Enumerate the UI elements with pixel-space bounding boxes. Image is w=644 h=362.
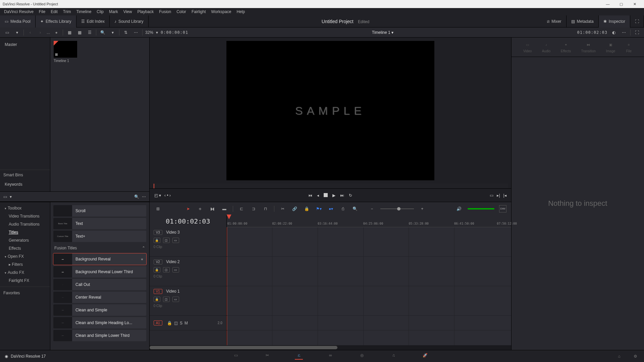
fusion-title-center-reveal[interactable]: ··· Center Reveal (53, 291, 147, 303)
loop-button[interactable]: ↻ (349, 193, 352, 198)
page-edit[interactable]: ⎌ (295, 353, 303, 360)
track-lock-icon[interactable]: 🔒 (154, 297, 160, 302)
maximize-button[interactable]: ▢ (614, 2, 628, 6)
volume-icon[interactable]: 🔊 (455, 205, 463, 213)
fusion-title-clean-simple-lt[interactable]: — Clean and Simple Lower Third (53, 329, 147, 342)
next-frame-button[interactable]: ⏭ (340, 193, 344, 198)
zoom-out-button[interactable]: − (368, 205, 376, 213)
track-mute-button[interactable]: M (184, 321, 188, 325)
timeline-search-icon[interactable]: 🔍 (352, 205, 359, 213)
inspector-tab-effects[interactable]: ✦Effects (561, 41, 571, 53)
track-badge[interactable]: V1 (154, 289, 162, 294)
menu-davinci[interactable]: DaVinci Resolve (1, 9, 36, 14)
out-point-button[interactable]: ▸| (497, 193, 500, 198)
play-button[interactable]: ▶ (332, 193, 335, 198)
zoom-level[interactable]: 32% (145, 30, 153, 35)
track-header-v3[interactable]: V3 Video 3 🔒 ◫ ▭ 0 Clip (150, 227, 226, 257)
expand-viewer-button[interactable]: ⛶ (633, 29, 641, 36)
grid-view-button[interactable]: ▦ (76, 29, 83, 36)
project-settings-button[interactable]: ⚙ (631, 354, 639, 359)
menu-mark[interactable]: Mark (106, 9, 121, 14)
fusion-title-bg-reveal-lt[interactable]: ▬ Background Reveal Lower Third (53, 266, 147, 278)
menu-help[interactable]: Help (234, 9, 248, 14)
track-arm-icon[interactable]: ◫ (174, 321, 178, 325)
menu-color[interactable]: Color (174, 9, 189, 14)
tree-audio-fx[interactable]: Audio FX (0, 268, 50, 277)
media-pool-button[interactable]: ▭ Media Pool (0, 15, 36, 27)
tree-open-fx[interactable]: Open FX (0, 252, 50, 260)
track-header-v2[interactable]: V2 Video 2 🔒 ◫ ▭ 0 Clip (150, 257, 226, 286)
lock-icon[interactable]: 🔒 (303, 205, 311, 213)
dim-button[interactable]: DIM (499, 205, 506, 213)
page-fusion[interactable]: ∞ (326, 353, 334, 360)
timeline-lanes[interactable] (227, 227, 511, 345)
track-badge[interactable]: A1 (154, 320, 162, 325)
track-auto-select-icon[interactable]: ◫ (163, 267, 170, 273)
scrollbar-thumb[interactable] (150, 346, 338, 349)
tree-titles[interactable]: Titles (0, 228, 50, 236)
menu-timeline[interactable]: Timeline (73, 9, 94, 14)
track-lock-icon[interactable]: 🔒 (154, 238, 160, 243)
tree-toolbox[interactable]: Toolbox (0, 204, 50, 212)
dynamic-trim-tool[interactable]: ◗◖ (209, 205, 216, 213)
track-badge[interactable]: V3 (154, 230, 162, 235)
nav-back-button[interactable]: ‹ (26, 29, 34, 36)
tree-favorites[interactable]: Favorites (0, 289, 50, 297)
title-item-scroll[interactable]: Scroll (53, 205, 147, 217)
fusion-titles-header[interactable]: Fusion Titles⌃ (53, 243, 147, 253)
inspector-tab-file[interactable]: ≡File (626, 41, 632, 53)
effects-search-icon[interactable]: 🔍 (134, 194, 139, 199)
timeline-ruler[interactable]: 01:00:00:00 02:08:22:00 03:16:44:00 04:2… (227, 215, 511, 227)
track-header-v1[interactable]: V1 Video 1 🔒 ◫ ▭ 0 Clip (150, 286, 226, 316)
tree-fairlight-fx[interactable]: Fairlight FX (0, 277, 50, 285)
bypass-icon[interactable]: ◐ (610, 29, 618, 36)
inspector-tab-image[interactable]: ▣Image (606, 41, 615, 53)
sort-icon[interactable]: ⇅ (122, 29, 129, 36)
razor-icon[interactable]: ✂ (279, 205, 286, 213)
timeline-horizontal-scrollbar[interactable] (150, 345, 511, 350)
expand-button[interactable]: ⛶ (630, 15, 644, 27)
page-cut[interactable]: ✂ (263, 353, 271, 360)
volume-slider[interactable] (468, 208, 494, 209)
zoom-slider[interactable] (380, 208, 414, 209)
search-icon[interactable]: 🔍 (99, 29, 106, 36)
menu-view[interactable]: View (121, 9, 135, 14)
viewer-canvas[interactable]: SAMPLE (226, 41, 434, 180)
tree-effects[interactable]: Effects (0, 244, 50, 252)
smart-bins-header[interactable]: Smart Bins (0, 170, 50, 180)
timeline-view-options-icon[interactable]: ⊞ (154, 205, 162, 213)
tree-audio-transitions[interactable]: Audio Transitions (0, 220, 50, 228)
menu-edit[interactable]: Edit (48, 9, 60, 14)
blade-tool[interactable]: ▬ (221, 205, 228, 213)
lane-v2[interactable] (227, 257, 511, 286)
page-deliver[interactable]: 🚀 (421, 353, 429, 360)
effects-options-icon[interactable]: ⋯ (142, 194, 146, 199)
trim-tool[interactable]: ⎆ (197, 205, 204, 213)
close-button[interactable]: ✕ (628, 2, 641, 6)
menu-file[interactable]: File (36, 9, 48, 14)
zoom-dropdown-icon[interactable]: ▾ (156, 30, 158, 35)
inspector-tab-audio[interactable]: ♪Audio (542, 41, 551, 53)
flag-icon[interactable]: ⚑▾ (315, 205, 323, 213)
insert-clip-icon[interactable]: ⊏ (238, 205, 245, 213)
menu-workspace[interactable]: Workspace (209, 9, 234, 14)
inspector-tab-video[interactable]: ▭Video (523, 41, 532, 53)
page-color[interactable]: ◎ (358, 353, 366, 360)
track-solo-button[interactable]: S (180, 321, 182, 325)
track-enable-icon[interactable]: ▭ (172, 297, 179, 302)
list-view-button[interactable]: ☰ (86, 29, 93, 36)
timeline-timecode-display[interactable]: 01:00:02:03 (150, 215, 227, 227)
mixer-button[interactable]: ⎚ Mixer (542, 15, 566, 27)
track-lock-icon[interactable]: 🔒 (167, 321, 172, 325)
replace-clip-icon[interactable]: ⊓ (262, 205, 269, 213)
track-enable-icon[interactable]: ▭ (172, 267, 179, 273)
link-icon[interactable]: 🔗 (291, 205, 299, 213)
lane-v1[interactable] (227, 286, 511, 316)
match-frame-icon[interactable]: ‹ • › (164, 193, 171, 198)
first-frame-button[interactable]: ⏮ (308, 193, 312, 198)
playhead[interactable] (227, 215, 231, 219)
title-item-text[interactable]: Basic Title Text (53, 218, 147, 230)
effects-list[interactable]: Scroll Basic Title Text Custom Title Tex… (50, 202, 149, 350)
inspector-button[interactable]: ✱ Inspector (599, 15, 630, 27)
menu-playback[interactable]: Playback (135, 9, 156, 14)
